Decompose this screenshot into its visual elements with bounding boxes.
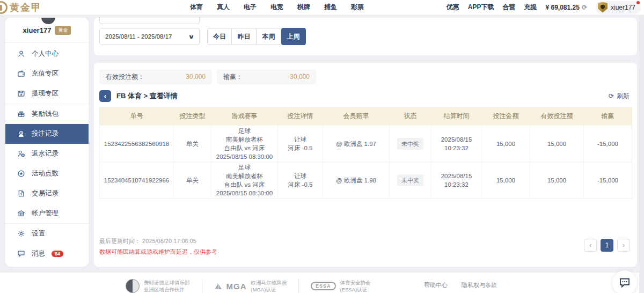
bet-market: 让球 <box>278 135 323 144</box>
event-league: 南美解放者杯 <box>211 135 277 144</box>
cell-odds: @ 欧洲盘 1.97 <box>323 126 390 162</box>
sidebar-item-reward-wallet[interactable]: 奖励钱包 <box>5 104 89 124</box>
sidebar-item-label: 返水记录 <box>32 149 58 158</box>
live-chat-button[interactable] <box>612 270 637 293</box>
vip-level-badge: 黄金 <box>55 26 71 35</box>
back-button[interactable]: ‹ <box>99 90 111 102</box>
logo-emblem-icon <box>0 1 8 14</box>
col-odds: 会员赔率 <box>323 107 390 126</box>
sidebar-item-withdraw[interactable]: 提现专区 <box>5 84 89 104</box>
link-promos[interactable]: 优惠 <box>447 3 459 12</box>
sidebar-item-settings[interactable]: 设置 <box>5 224 89 244</box>
disclaimer-text: 数据可能因结算或游戏维护而延迟，仅供参考 <box>99 248 217 256</box>
chat-icon <box>17 250 25 258</box>
link-affiliate[interactable]: 合营 <box>503 3 516 12</box>
refresh-button[interactable]: ⟳ 刷新 <box>609 92 630 101</box>
col-bet-detail: 投注详情 <box>278 107 323 126</box>
link-deposit-withdraw[interactable]: 充提 <box>524 3 537 12</box>
main-nav: 体育 真人 电子 电竞 棋牌 捕鱼 彩票 <box>107 3 447 12</box>
quick-date-buttons: 今日 昨日 本周 上周 <box>207 28 306 45</box>
event-teams: 自由队 vs 河床 <box>211 180 277 189</box>
platform-select-partial[interactable] <box>99 18 200 24</box>
sidebar-username: xiuer177 <box>23 26 52 34</box>
sidebar-item-label: 消息 <box>32 249 45 258</box>
cell-bet-detail: 让球 河床 -0.5 <box>278 162 323 199</box>
event-league: 南美解放者杯 <box>211 172 277 180</box>
svg-text:$: $ <box>20 193 23 196</box>
quick-last-week-button[interactable]: 上周 <box>281 28 306 45</box>
partner-feyenoord: 费耶诺德足球俱乐部 亚洲区域合作伙伴 <box>114 279 202 293</box>
page-prev-button[interactable]: ‹ <box>584 239 597 252</box>
nav-lottery[interactable]: 彩票 <box>351 3 364 12</box>
cell-settle-time: 2025/08/15 10:23:32 <box>431 162 482 199</box>
help-center-link[interactable]: 帮助中心 <box>424 281 448 289</box>
bet-market: 让球 <box>278 172 323 180</box>
sidebar-item-profile[interactable]: 个人中心 <box>5 44 89 64</box>
partner-desc: (MGA)认证 <box>251 286 287 293</box>
valid-bet-stat: 有效投注额： 30,000 <box>99 69 212 84</box>
top-header: 黄金甲 体育 真人 电子 电竞 棋牌 捕鱼 彩票 优惠 APP下载 合营 充提 … <box>0 0 644 15</box>
bet-selection: 河床 -0.5 <box>278 180 323 189</box>
col-valid-amount: 有效投注额 <box>530 107 584 126</box>
sidebar-item-label: 活动点数 <box>32 169 58 178</box>
nav-live[interactable]: 真人 <box>217 3 230 12</box>
last-update-text: 最后更新时间： 2025/08/20 17:06:05 <box>99 237 217 245</box>
back-icon: ‹ <box>104 92 107 100</box>
col-bet-amount: 投注金额 <box>482 107 530 126</box>
sidebar-item-bet-records[interactable]: 投注记录 <box>5 124 89 144</box>
quick-this-week-button[interactable]: 本周 <box>257 28 281 45</box>
nav-cards[interactable]: 棋牌 <box>297 3 310 12</box>
date-range-picker[interactable]: 2025/08/11 - 2025/08/17 ∨ <box>99 28 200 45</box>
sidebar-item-label: 个人中心 <box>32 49 58 58</box>
sidebar-item-messages[interactable]: 消息 54 <box>5 244 89 263</box>
page-title: FB 体育 > 查看详情 <box>116 91 178 101</box>
cell-bet-amount: 15,000 <box>482 126 530 162</box>
logo-text: 黄金甲 <box>10 1 42 14</box>
col-winloss: 输赢 <box>584 107 632 126</box>
feyenoord-logo-icon <box>126 279 140 293</box>
partner-essa: ESSA 体育安全协会 (ESSA)认证 <box>299 279 383 293</box>
nav-esports[interactable]: 电竞 <box>270 3 283 12</box>
bet-records-table: 单号 投注类型 游戏赛事 投注详情 会员赔率 状态 结算时间 投注金额 有效投注… <box>99 107 632 199</box>
nav-fishing[interactable]: 捕鱼 <box>324 3 337 12</box>
cell-event: 足球 南美解放者杯 自由队 vs 河床 2025/08/15 08:30:00 <box>211 126 278 162</box>
filter-card: 2025/08/11 - 2025/08/17 ∨ 今日 昨日 本周 上周 <box>94 18 637 55</box>
date-range-value: 2025/08/11 - 2025/08/17 <box>105 33 172 40</box>
col-settle-time: 结算时间 <box>431 107 482 126</box>
cell-winloss: -15,000 <box>584 126 632 162</box>
privacy-terms-link[interactable]: 隐私权与条款 <box>462 281 497 289</box>
col-order-no: 单号 <box>100 107 174 126</box>
avatar <box>598 2 608 13</box>
site-logo[interactable]: 黄金甲 <box>0 0 107 15</box>
quick-today-button[interactable]: 今日 <box>207 28 232 45</box>
quick-yesterday-button[interactable]: 昨日 <box>232 28 257 45</box>
rebate-icon <box>17 150 25 158</box>
sidebar-item-rebate-records[interactable]: 返水记录 <box>5 144 89 164</box>
status-badge: 未中奖 <box>397 174 423 186</box>
status-badge: 未中奖 <box>397 138 423 150</box>
cell-order-no: 1523404510741922966 <box>100 162 174 199</box>
refresh-label: 刷新 <box>617 92 630 101</box>
sidebar-item-account-management[interactable]: 帐户管理 <box>5 203 89 223</box>
footer-links: 帮助中心 隐私权与条款 <box>424 281 497 289</box>
partner-desc: 亚洲区域合作伙伴 <box>144 286 190 293</box>
page-current[interactable]: 1 <box>601 239 613 252</box>
footer-note: 最后更新时间： 2025/08/20 17:06:05 数据可能因结算或游戏维护… <box>99 237 217 256</box>
event-sport: 足球 <box>211 163 277 172</box>
sidebar-item-transaction-records[interactable]: $ 交易记录 <box>5 184 89 203</box>
chat-bubble-icon <box>618 276 631 289</box>
detail-header: ‹ FB 体育 > 查看详情 ⟳ 刷新 <box>99 90 630 102</box>
user-icon <box>17 50 25 58</box>
nav-slots[interactable]: 电子 <box>244 3 257 12</box>
sidebar-item-activity-points[interactable]: 活动点数 <box>5 164 89 184</box>
balance-refresh-icon[interactable]: ⟳ <box>582 4 587 11</box>
sidebar-item-deposit[interactable]: 充值专区 <box>5 64 89 84</box>
chevron-down-icon: ∨ <box>188 33 195 40</box>
page-scrollbar[interactable] <box>639 15 644 293</box>
nav-sports[interactable]: 体育 <box>190 3 203 12</box>
link-app-download[interactable]: APP下载 <box>468 3 494 12</box>
user-menu[interactable]: xiuer177 <box>596 1 641 14</box>
page-next-button[interactable]: › <box>617 239 630 252</box>
cell-odds: @ 欧洲盘 1.98 <box>323 162 390 199</box>
mga-brand-text: MGA <box>226 282 247 291</box>
